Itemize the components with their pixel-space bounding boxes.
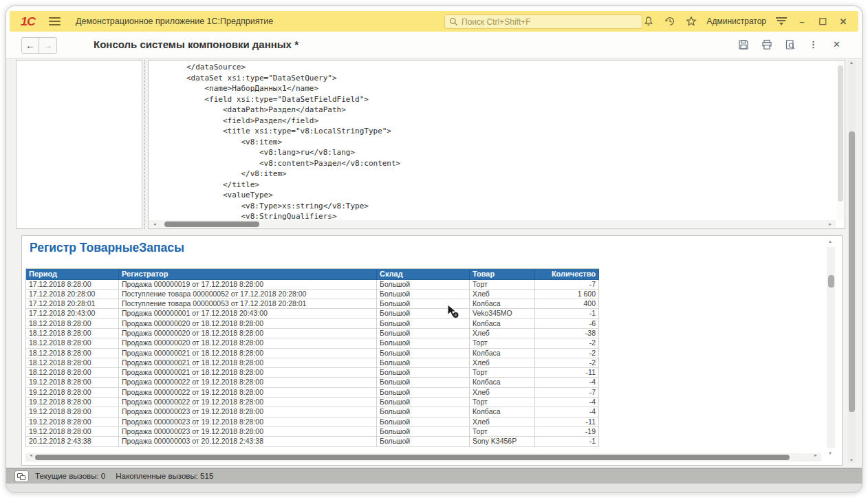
column-header-warehouse[interactable]: Склад (377, 269, 470, 279)
minimize-button[interactable]: – (796, 17, 807, 27)
table-row[interactable]: 17.12.2018 20:28:00 Поступление товара 0… (26, 290, 599, 299)
table-row[interactable]: 19.12.2018 8:28:00 Продажа 000000022 от … (26, 388, 599, 398)
table-row[interactable]: 18.12.2018 8:28:00 Продажа 000000021 от … (26, 349, 599, 358)
cell-warehouse: Большой (377, 309, 470, 318)
column-header-product[interactable]: Товар (470, 269, 535, 279)
form-vertical-scrollbar[interactable]: ▲ ▼ (848, 60, 856, 463)
back-button[interactable]: ← (22, 38, 39, 53)
xml-code-line: <v8:lang>ru</v8:lang> (150, 147, 835, 158)
column-header-quantity[interactable]: Количество (535, 269, 599, 279)
cell-registrar: Продажа 000000021 от 18.12.2018 8:28:00 (119, 358, 377, 367)
cell-period: 19.12.2018 8:28:00 (26, 427, 119, 436)
history-icon[interactable] (664, 16, 675, 28)
table-row[interactable]: 18.12.2018 8:28:00 Продажа 000000020 от … (26, 329, 599, 338)
table-row[interactable]: 19.12.2018 8:28:00 Продажа 000000023 от … (26, 427, 599, 437)
table-row[interactable]: 18.12.2018 8:28:00 Продажа 000000020 от … (26, 319, 599, 329)
table-row[interactable]: 17.12.2018 20:28:01 Поступление товара 0… (26, 299, 599, 309)
print-icon[interactable] (761, 39, 772, 50)
cell-warehouse: Большой (377, 319, 470, 328)
cell-product: Торт (470, 398, 535, 407)
cell-period: 17.12.2018 8:28:00 (26, 280, 119, 289)
form-title: Консоль системы компоновки данных * (94, 39, 299, 50)
service-menu-icon[interactable] (776, 17, 787, 26)
table-row[interactable]: 20.12.2018 2:43:38 Продажа 000000003 от … (26, 437, 599, 446)
xml-code-line: <dataSet xsi:type="DataSetQuery"> (150, 73, 835, 84)
scroll-right-icon[interactable]: ► (828, 222, 832, 226)
scroll-right-icon[interactable]: ► (814, 453, 818, 457)
search-input[interactable] (462, 17, 638, 27)
cell-quantity: -11 (535, 418, 599, 426)
panel-splitter[interactable] (144, 60, 145, 229)
cell-registrar: Продажа 000000021 от 18.12.2018 8:28:00 (119, 368, 377, 377)
cell-quantity: -1 (535, 309, 599, 318)
forward-button[interactable]: → (39, 38, 56, 53)
main-titlebar: 1С Демонстрационное приложение 1С:Предпр… (10, 11, 858, 32)
scroll-up-icon[interactable]: ▲ (849, 61, 854, 65)
current-user[interactable]: Администратор (706, 17, 766, 26)
scroll-left-icon[interactable]: ◄ (153, 222, 157, 226)
scroll-up-icon[interactable]: ▲ (828, 239, 832, 243)
global-search[interactable] (444, 14, 642, 29)
xml-code-line: <title xsi:type="v8:LocalStringType"> (150, 126, 835, 137)
maximize-button[interactable]: ☐ (817, 17, 828, 27)
cell-registrar: Продажа 000000003 от 20.12.2018 2:43:38 (119, 437, 377, 446)
xml-editor[interactable]: </dataSource> <dataSet xsi:type="DataSet… (150, 62, 835, 220)
cell-product: Хлеб (470, 388, 535, 397)
form-close-icon[interactable]: ✕ (831, 39, 843, 50)
xml-horizontal-scrollbar[interactable]: ◄ ► (149, 220, 836, 228)
scroll-left-icon[interactable]: ◄ (29, 453, 33, 457)
table-row[interactable]: 18.12.2018 8:28:00 Продажа 000000021 от … (26, 368, 599, 378)
table-row[interactable]: 18.12.2018 8:28:00 Продажа 000000020 от … (26, 338, 599, 348)
result-horizontal-scrollbar[interactable]: ◄ ► (25, 453, 821, 462)
scroll-down-icon[interactable]: ▼ (849, 458, 854, 462)
cell-warehouse: Большой (377, 378, 470, 387)
column-header-registrar[interactable]: Регистратор (119, 269, 377, 279)
cell-registrar: Продажа 000000022 от 19.12.2018 8:28:00 (119, 378, 377, 387)
table-row[interactable]: 19.12.2018 8:28:00 Продажа 000000023 от … (26, 418, 599, 427)
save-icon[interactable] (737, 39, 749, 50)
cell-quantity: -7 (535, 280, 599, 289)
cell-product: Торт (470, 280, 535, 289)
xml-code-line: <v8:Type>xs:string</v8:Type> (150, 201, 835, 212)
column-header-period[interactable]: Период (26, 269, 119, 279)
window-close-button[interactable]: ✕ (838, 17, 849, 27)
table-row[interactable]: 18.12.2018 8:28:00 Продажа 000000021 от … (26, 358, 599, 368)
1c-logo: 1С (21, 14, 35, 28)
cell-registrar: Поступление товара 000000053 от 17.12.20… (119, 299, 377, 308)
window-bottom-strip (6, 484, 862, 492)
scroll-down-icon[interactable]: ▼ (828, 451, 832, 455)
cell-period: 17.12.2018 20:43:00 (26, 309, 119, 318)
main-menu-icon[interactable] (49, 17, 61, 25)
preview-icon[interactable] (784, 39, 796, 50)
settings-tree-panel[interactable] (16, 60, 142, 229)
table-row[interactable]: 19.12.2018 8:28:00 Продажа 000000023 от … (26, 407, 599, 417)
result-vertical-scrollbar[interactable]: ▲ ▼ (827, 247, 835, 448)
table-row[interactable]: 19.12.2018 8:28:00 Продажа 000000022 от … (26, 378, 599, 387)
cell-registrar: Продажа 000000021 от 18.12.2018 8:28:00 (119, 349, 377, 358)
cell-period: 18.12.2018 8:28:00 (26, 349, 119, 358)
table-row[interactable]: 17.12.2018 8:28:00 Продажа 000000019 от … (26, 280, 599, 290)
cell-quantity: 400 (535, 299, 599, 308)
cell-warehouse: Большой (377, 329, 470, 338)
application-title: Демонстрационное приложение 1С:Предприят… (76, 17, 273, 26)
cell-quantity: -2 (535, 358, 599, 367)
cell-period: 19.12.2018 8:28:00 (26, 378, 119, 387)
performance-indicator-icon[interactable] (14, 470, 29, 482)
status-bar: Текущие вызовы: 0 Накопленные вызовы: 51… (6, 468, 862, 484)
more-actions-icon[interactable]: ⋮ (807, 39, 819, 50)
table-row[interactable]: 17.12.2018 20:43:00 Продажа 000000001 от… (26, 309, 599, 318)
search-icon (449, 17, 458, 26)
cell-registrar: Продажа 000000023 от 19.12.2018 8:28:00 (119, 427, 377, 436)
cell-period: 17.12.2018 20:28:00 (26, 290, 119, 299)
favorites-star-icon[interactable] (685, 16, 697, 28)
cell-registrar: Продажа 000000023 от 19.12.2018 8:28:00 (119, 407, 377, 416)
cell-product: Хлеб (470, 358, 535, 367)
xml-code-line: <v8:item> (150, 137, 835, 148)
cell-warehouse: Большой (377, 418, 470, 426)
xml-code-line: <v8:content>Раздел</v8:content> (150, 158, 835, 169)
xml-vertical-scrollbar[interactable] (837, 61, 844, 221)
table-row[interactable]: 19.12.2018 8:28:00 Продажа 000000022 от … (26, 398, 599, 407)
cell-product: Торт (470, 338, 535, 347)
cell-period: 19.12.2018 8:28:00 (26, 388, 119, 397)
notifications-bell-icon[interactable] (642, 16, 654, 28)
